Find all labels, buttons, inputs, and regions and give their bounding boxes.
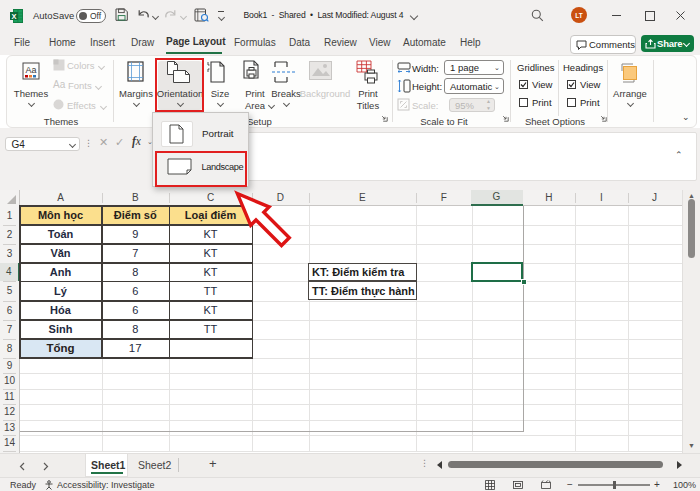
svg-text:Aa: Aa — [25, 65, 36, 75]
svg-text:X: X — [11, 11, 16, 20]
